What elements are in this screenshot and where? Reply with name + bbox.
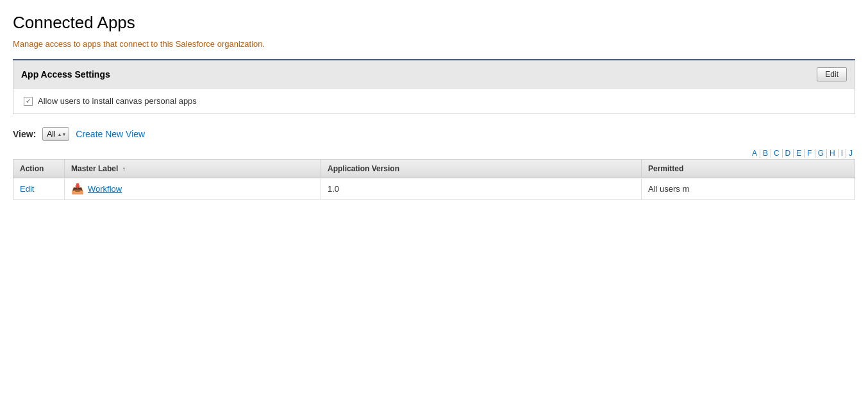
alpha-nav-section: A B C D E F G H I J	[13, 148, 855, 159]
alpha-nav-inner: A B C D E F G H I J	[749, 149, 855, 158]
alpha-link-d[interactable]: D	[783, 149, 794, 158]
alpha-link-f[interactable]: F	[805, 149, 815, 158]
checkbox-row: Allow users to install canvas personal a…	[24, 96, 844, 106]
download-icon: 📥	[71, 183, 84, 195]
page-subtitle: Manage access to apps that connect to th…	[13, 39, 855, 49]
view-section: View: All Create New View	[13, 127, 855, 141]
edit-button[interactable]: Edit	[817, 67, 847, 81]
page-title: Connected Apps	[13, 13, 855, 33]
view-label: View:	[13, 129, 36, 139]
master-label-cell: 📥 Workflow	[71, 183, 314, 195]
connected-apps-table: Action Master Label ↑ Application Versio…	[13, 159, 855, 200]
create-new-view-link[interactable]: Create New View	[76, 129, 145, 139]
section-body: Allow users to install canvas personal a…	[13, 88, 855, 114]
view-select-wrapper: All	[42, 127, 69, 141]
checkbox-label: Allow users to install canvas personal a…	[38, 96, 197, 106]
sort-indicator: ↑	[122, 165, 126, 173]
cell-master-label: 📥 Workflow	[65, 178, 321, 200]
col-header-permitted: Permitted	[642, 160, 855, 178]
section-header: App Access Settings Edit	[13, 61, 855, 88]
alpha-link-i[interactable]: I	[839, 149, 846, 158]
workflow-link[interactable]: Workflow	[88, 184, 122, 194]
canvas-apps-checkbox[interactable]	[24, 97, 33, 106]
page-container: Connected Apps Manage access to apps tha…	[0, 0, 868, 200]
view-select[interactable]: All	[42, 127, 69, 141]
alpha-link-a[interactable]: A	[749, 149, 760, 158]
col-header-action: Action	[13, 160, 65, 178]
table-row: Edit 📥 Workflow 1.0 All users m	[13, 178, 855, 200]
row-edit-link[interactable]: Edit	[20, 184, 34, 194]
table-header-row: Action Master Label ↑ Application Versio…	[13, 160, 855, 178]
alpha-link-e[interactable]: E	[794, 149, 805, 158]
alpha-link-c[interactable]: C	[771, 149, 783, 158]
alpha-link-g[interactable]: G	[815, 149, 827, 158]
section-header-title: App Access Settings	[21, 69, 817, 80]
alpha-link-b[interactable]: B	[760, 149, 771, 158]
cell-permitted: All users m	[642, 178, 855, 200]
col-header-app-version: Application Version	[321, 160, 642, 178]
col-header-master-label[interactable]: Master Label ↑	[65, 160, 321, 178]
cell-action: Edit	[13, 178, 65, 200]
cell-app-version: 1.0	[321, 178, 642, 200]
alpha-link-j[interactable]: J	[846, 149, 855, 158]
alpha-link-h[interactable]: H	[827, 149, 839, 158]
app-access-settings-section: App Access Settings Edit Allow users to …	[13, 60, 855, 114]
